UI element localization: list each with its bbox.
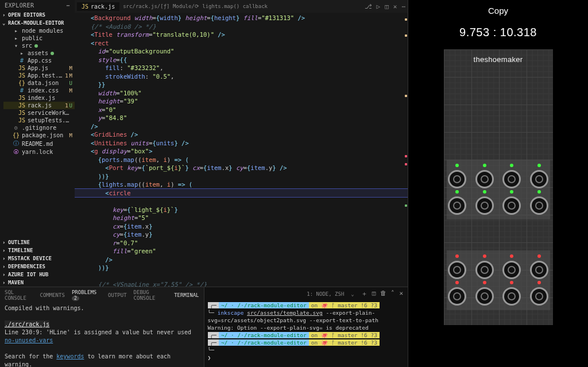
file-rack-js[interactable]: JSrack.js1U <box>3 102 75 109</box>
more-icon[interactable]: ⋯ <box>401 3 405 10</box>
file-label: package.json <box>22 132 67 138</box>
file-label: public <box>22 35 72 41</box>
problems-panel: SQL CONSOLE COMMENTS PROBLEMS 2 OUTPUT D… <box>0 287 204 367</box>
jack[interactable] <box>502 196 521 215</box>
js-icon: JS <box>18 117 25 123</box>
file-label: setupTests.js <box>28 117 72 123</box>
file-setuptests-js[interactable]: JSsetupTests.js <box>3 117 75 124</box>
js-icon: JS <box>18 102 25 109</box>
new-terminal-icon[interactable]: ＋ <box>361 289 368 298</box>
code-editor[interactable]: <Background width={width} height={height… <box>75 13 408 287</box>
js-icon: JS <box>18 65 25 71</box>
file-label: serviceWorker.js <box>28 110 72 116</box>
module-preview[interactable]: theshoemaker <box>444 49 553 325</box>
lock-icon: ⦿ <box>13 149 20 155</box>
maximize-icon[interactable]: ˄ <box>391 289 394 298</box>
json-icon: {} <box>13 132 20 138</box>
file-readme-md[interactable]: ⓘREADME.md <box>3 139 75 148</box>
maven-section[interactable]: ›MAVEN <box>0 279 75 287</box>
trash-icon[interactable]: 🗑 <box>380 289 386 298</box>
rule-link[interactable]: no-unused-vars <box>5 337 53 343</box>
jack[interactable] <box>448 287 466 306</box>
terminal-selector[interactable]: 1: node, zsh <box>307 291 344 297</box>
file-tree: ▸node_modules▸public▾src▸assets#App.cssJ… <box>0 27 75 156</box>
file-app-css[interactable]: #App.css <box>3 57 75 64</box>
chevron-down-icon[interactable]: ⌄ <box>351 291 354 297</box>
problem-file-link[interactable]: ./src/rack.js <box>5 320 49 329</box>
file-serviceworker-js[interactable]: JSserviceWorker.js <box>3 109 75 117</box>
tab-debugconsole[interactable]: DEBUG CONSOLE <box>134 289 168 301</box>
explorer-sidebar: EXPLORER ⋯ › OPEN EDITORS ⌄ RACK-MODULE-… <box>0 0 75 287</box>
open-editors-section[interactable]: › OPEN EDITORS <box>0 11 75 19</box>
file-app-js[interactable]: JSApp.jsM <box>3 64 75 72</box>
jack[interactable] <box>448 196 466 215</box>
editor-column: JS rack.js src/rack.js/[ƒ] Module/⟳ ligh… <box>75 0 408 287</box>
jack[interactable] <box>475 261 494 279</box>
folder-node_modules[interactable]: ▸node_modules <box>3 27 75 34</box>
file-app-test-js[interactable]: JSApp.test.js1M <box>3 72 75 79</box>
m5stack-section[interactable]: ›M5STACK DEVICE <box>0 254 75 262</box>
file-package-json[interactable]: {}package.jsonM <box>3 132 75 139</box>
outline-section[interactable]: ›OUTLINE <box>0 238 75 246</box>
tab-terminal[interactable]: TERMINAL <box>174 292 199 298</box>
explorer-title: EXPLORER <box>5 2 34 9</box>
git-badge: U <box>69 103 72 109</box>
more-icon[interactable]: ⋯ <box>67 2 70 9</box>
file-index-css[interactable]: #index.cssM <box>3 87 75 94</box>
folder-src[interactable]: ▾src <box>3 42 75 49</box>
module-brand: theshoemaker <box>444 55 553 64</box>
folder-icon: ▸ <box>18 50 25 56</box>
azureiot-section[interactable]: ›AZURE IOT HUB <box>0 271 75 279</box>
tab-output[interactable]: OUTPUT <box>108 292 127 298</box>
jack[interactable] <box>448 170 466 188</box>
close-icon[interactable]: ✕ <box>393 3 397 10</box>
gear-icon: ⚙ <box>13 125 20 131</box>
jack[interactable] <box>475 196 494 215</box>
folder-assets[interactable]: ▸assets <box>3 49 75 57</box>
file-index-js[interactable]: JSindex.js <box>3 94 75 102</box>
file--gitignore[interactable]: ⚙.gitignore <box>3 124 75 132</box>
file-label: src <box>22 43 72 49</box>
project-section[interactable]: ⌄ RACK-MODULE-EDITOR <box>0 19 75 27</box>
run-icon[interactable]: ▷ <box>377 3 381 10</box>
minimap[interactable] <box>404 13 408 287</box>
editor-tab-rackjs[interactable]: JS rack.js <box>77 2 119 11</box>
editor-tabbar: JS rack.js src/rack.js/[ƒ] Module/⟳ ligh… <box>75 0 408 13</box>
js-icon: JS <box>82 3 88 10</box>
file-yarn-lock[interactable]: ⦿yarn.lock <box>3 148 75 156</box>
jack[interactable] <box>475 287 494 306</box>
jack[interactable] <box>530 170 548 188</box>
jack[interactable] <box>502 287 521 306</box>
js-icon: JS <box>18 72 25 79</box>
tab-problems[interactable]: PROBLEMS 2 <box>72 289 101 301</box>
jack[interactable] <box>475 170 494 188</box>
git-badge: M <box>69 133 72 138</box>
jack[interactable] <box>530 261 548 279</box>
jack[interactable] <box>502 261 521 279</box>
jack[interactable] <box>530 196 548 215</box>
problems-output[interactable]: Compiled with warnings. ./src/rack.js Li… <box>0 303 204 367</box>
git-badge: 1 <box>65 73 68 79</box>
file-data-json[interactable]: {}data.jsonU <box>3 79 75 87</box>
chevron-right-icon: › <box>2 12 6 18</box>
git-compare-icon[interactable]: ⎇ <box>365 3 372 10</box>
timeline-section[interactable]: ›TIMELINE <box>0 246 75 254</box>
close-panel-icon[interactable]: ✕ <box>399 289 403 298</box>
chevron-down-icon: ⌄ <box>2 20 6 26</box>
tab-comments[interactable]: COMMENTS <box>40 292 65 298</box>
jack[interactable] <box>448 261 466 279</box>
preview-title: Copy <box>488 6 508 16</box>
folder-public[interactable]: ▸public <box>3 34 75 42</box>
jack[interactable] <box>502 170 521 188</box>
json-icon: {} <box>18 80 25 86</box>
split-terminal-icon[interactable]: ◫ <box>372 289 376 298</box>
dependencies-section[interactable]: ›DEPENDENCIES <box>0 262 75 271</box>
md-icon: ⓘ <box>13 140 20 148</box>
jack[interactable] <box>530 287 548 306</box>
terminal-output[interactable]: ╭─~/ · /·/rack-module-editoron 🐙 ᚠ maste… <box>204 300 408 362</box>
explorer-header: EXPLORER ⋯ <box>0 0 75 11</box>
split-icon[interactable]: ◫ <box>385 3 389 10</box>
tab-sqlconsole[interactable]: SQL CONSOLE <box>5 289 33 301</box>
file-label: .gitignore <box>22 125 72 131</box>
breadcrumbs[interactable]: src/rack.js/[ƒ] Module/⟳ lights.map() ca… <box>123 3 361 9</box>
